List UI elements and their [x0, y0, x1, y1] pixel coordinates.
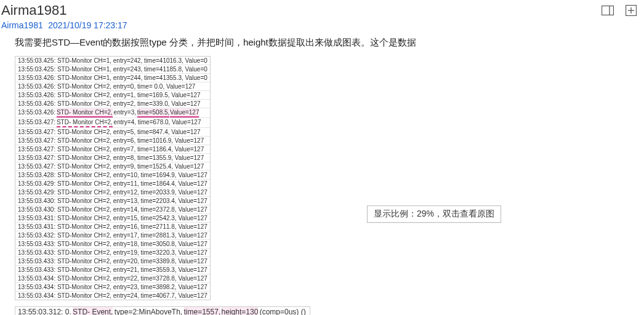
log-row: 13:55:03.432: STD-Monitor CH=2, entry=17…	[15, 231, 210, 240]
log-row: 13:55:03.427: STD- Monitor CH=2, entry=4…	[15, 118, 210, 128]
event-row: 13:55:03.312: 0. STD- Event, type=2:MinA…	[15, 307, 310, 315]
svg-rect-0	[602, 6, 614, 15]
log-row: 13:55:03.427: STD-Monitor CH=2, entry=7,…	[15, 145, 210, 154]
log-row: 13:55:03.427: STD-Monitor CH=2, entry=6,…	[15, 137, 210, 145]
page-title: Airma1981	[1, 2, 66, 18]
add-icon[interactable]	[624, 4, 638, 17]
log-row: 13:55:03.425: STD-Monitor CH=1, entry=24…	[15, 65, 210, 74]
log-row: 13:55:03.434: STD-Monitor CH=2, entry=24…	[15, 292, 210, 300]
log-row: 13:55:03.430: STD-Monitor CH=2, entry=14…	[15, 205, 210, 214]
zoom-tooltip: 显示比例：29%，双击查看原图	[367, 205, 501, 223]
post-timestamp: 2021/10/19 17:23:17	[48, 20, 127, 30]
event-log-block[interactable]: 13:55:03.312: 0. STD- Event, type=2:MinA…	[15, 306, 310, 315]
log-row: 13:55:03.426: STD-Monitor CH=2, entry=0,…	[15, 82, 210, 91]
log-row: 13:55:03.426: STD-Monitor CH=2, entry=2,…	[15, 100, 210, 108]
log-row: 13:55:03.433: STD-Monitor CH=2, entry=18…	[15, 240, 210, 249]
question-text: 我需要把STD—Event的数据按照type 分类，并把时间，height数据提…	[0, 34, 644, 55]
log-row: 13:55:03.431: STD-Monitor CH=2, entry=15…	[15, 214, 210, 223]
log-row: 13:55:03.431: STD-Monitor CH=2, entry=16…	[15, 223, 210, 231]
log-row: 13:55:03.425: STD-Monitor CH=1, entry=24…	[15, 57, 210, 65]
log-row: 13:55:03.427: STD-Monitor CH=2, entry=8,…	[15, 154, 210, 162]
monitor-log-block[interactable]: 13:55:03.425: STD-Monitor CH=1, entry=24…	[15, 56, 211, 300]
log-row: 13:55:03.427: STD-Monitor CH=2, entry=9,…	[15, 162, 210, 171]
log-row: 13:55:03.426: STD-Monitor CH=2, entry=1,…	[15, 91, 210, 100]
log-row: 13:55:03.433: STD-Monitor CH=2, entry=21…	[15, 266, 210, 274]
log-row: 13:55:03.429: STD-Monitor CH=2, entry=12…	[15, 188, 210, 197]
window-icon[interactable]	[601, 4, 614, 17]
log-row: 13:55:03.429: STD-Monitor CH=2, entry=11…	[15, 180, 210, 188]
log-row: 13:55:03.428: STD-Monitor CH=2, entry=10…	[15, 171, 210, 180]
log-row: 13:55:03.434: STD-Monitor CH=2, entry=22…	[15, 274, 210, 283]
author-link[interactable]: Airma1981	[1, 20, 43, 30]
log-row: 13:55:03.426: STD-Monitor CH=1, entry=24…	[15, 74, 210, 82]
log-row: 13:55:03.430: STD-Monitor CH=2, entry=13…	[15, 197, 210, 205]
log-row: 13:55:03.426: STD- Monitor CH=2, entry=3…	[15, 108, 210, 118]
log-row: 13:55:03.434: STD-Monitor CH=2, entry=23…	[15, 283, 210, 292]
log-row: 13:55:03.433: STD-Monitor CH=2, entry=20…	[15, 257, 210, 266]
log-row: 13:55:03.427: STD-Monitor CH=2, entry=5,…	[15, 128, 210, 137]
log-row: 13:55:03.433: STD-Monitor CH=2, entry=19…	[15, 249, 210, 257]
